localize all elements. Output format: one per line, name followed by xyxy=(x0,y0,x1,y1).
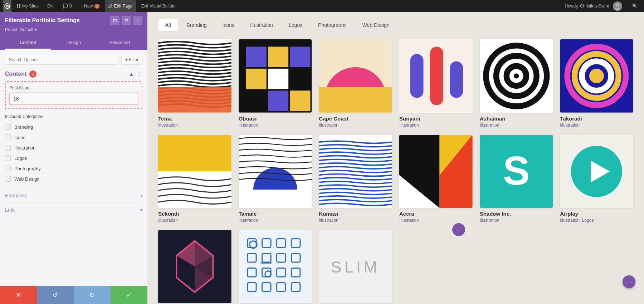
portfolio-thumbnail: S xyxy=(480,135,553,208)
category-checkbox[interactable] xyxy=(5,134,11,140)
filter-tab-illustration[interactable]: Illustration xyxy=(243,19,280,31)
ombra-float-btn[interactable]: ⋯ xyxy=(452,223,465,236)
section-options-btn[interactable]: ⋮ xyxy=(136,70,142,78)
category-item[interactable]: Illustration xyxy=(5,143,142,153)
portfolio-thumbnail xyxy=(560,39,633,113)
category-item[interactable]: Photography xyxy=(5,163,142,174)
content-section-badge: 1 xyxy=(29,70,36,78)
category-item[interactable]: Web Design xyxy=(5,174,142,184)
section-collapse-btn[interactable]: ▲ xyxy=(128,70,135,78)
portfolio-item[interactable]: Airplay Illustration, Logos xyxy=(560,135,633,223)
portfolio-name: Sekondi xyxy=(158,211,231,217)
portfolio-category: Illustration xyxy=(560,123,633,128)
preset-selector[interactable]: Preset: Default ▾ xyxy=(5,27,142,32)
category-checkbox[interactable] xyxy=(5,166,11,171)
category-checkbox[interactable] xyxy=(5,155,11,161)
svg-point-35 xyxy=(514,74,518,78)
category-label: Branding xyxy=(14,124,33,130)
portfolio-item[interactable]: Sunyani Illustration xyxy=(399,39,473,128)
portfolio-item[interactable]: Kumasi Illustration xyxy=(319,135,392,223)
category-item[interactable]: Branding xyxy=(5,122,142,132)
portfolio-item[interactable]: Ombra Branding Illustration xyxy=(158,230,231,304)
filter-tab-branding[interactable]: Branding xyxy=(180,19,214,31)
portfolio-grid: Tema Illustration Obuasi Illustration Ca… xyxy=(158,39,633,304)
undo-button[interactable]: ↺ xyxy=(37,286,74,304)
tab-content[interactable]: Content xyxy=(5,36,51,50)
portfolio-thumbnail xyxy=(560,135,633,208)
search-input[interactable] xyxy=(5,55,118,65)
settings-panel: Filterable Portfolio Settings ⊡ ⊟ ⋮ Pres… xyxy=(0,12,147,304)
portfolio-name: Cape Coast xyxy=(319,116,392,122)
content-section-title: Content xyxy=(5,71,26,77)
comments-link[interactable]: 0 xyxy=(59,0,75,12)
tab-advanced[interactable]: Advanced xyxy=(97,36,142,50)
svg-rect-25 xyxy=(410,54,424,98)
portfolio-item[interactable]: Ashaiman Illustration xyxy=(480,39,553,128)
portfolio-name: Accra xyxy=(399,211,473,217)
post-count-field: Post Count xyxy=(5,81,142,109)
filter-tab-icons[interactable]: Icons xyxy=(215,19,241,31)
portfolio-thumbnail xyxy=(239,230,312,303)
category-label: Icons xyxy=(14,135,25,140)
elements-section: Elements ▾ xyxy=(5,188,142,198)
post-count-wrapper: Post Count xyxy=(5,81,142,109)
category-checkbox[interactable] xyxy=(5,124,11,130)
cancel-button[interactable]: ✕ xyxy=(0,286,37,304)
filter-tab-photography[interactable]: Photography xyxy=(311,19,353,31)
filter-tab-webdesign[interactable]: Web Design xyxy=(355,19,396,31)
save-button[interactable]: ✓ xyxy=(111,286,147,304)
portfolio-item[interactable]: Accra Illustration xyxy=(399,135,473,223)
filter-tab-all[interactable]: All xyxy=(158,19,178,31)
portfolio-category: Illustration xyxy=(399,123,473,128)
portfolio-name: Ashaiman xyxy=(480,116,553,122)
portfolio-item[interactable]: Sekondi Illustration xyxy=(158,135,231,223)
my-sites-link[interactable]: My Sites xyxy=(13,0,42,12)
wp-logo[interactable]: W xyxy=(3,0,11,12)
portfolio-category: Illustration xyxy=(239,123,312,128)
portfolio-item[interactable]: Tamale Illustration xyxy=(239,135,312,223)
filter-button[interactable]: + Filter xyxy=(121,55,142,65)
categories-label: Included Categories xyxy=(5,114,142,119)
float-action-btn[interactable]: ⋯ xyxy=(623,275,635,288)
elements-collapse-icon: ▾ xyxy=(140,193,142,198)
redo-button[interactable]: ↻ xyxy=(74,286,111,304)
tab-design[interactable]: Design xyxy=(51,36,97,50)
link-section-header[interactable]: Link ▾ xyxy=(5,207,142,213)
category-checkbox[interactable] xyxy=(5,145,11,151)
panel-layout-btn[interactable]: ⊟ xyxy=(122,16,131,25)
category-item[interactable]: Logos xyxy=(5,153,142,163)
panel-tabs: Content Design Advanced xyxy=(5,36,142,50)
portfolio-item[interactable]: Takoradi Illustration xyxy=(560,39,633,128)
new-label: + New xyxy=(80,4,93,9)
svg-rect-2 xyxy=(17,4,18,6)
panel-menu-btn[interactable]: ⋮ xyxy=(133,16,142,25)
portfolio-category: Illustration xyxy=(480,218,553,223)
portfolio-content: All Branding Icons Illustration Logos Ph… xyxy=(147,12,644,304)
portfolio-item[interactable]: S Shadow Inc. Illustration xyxy=(480,135,553,223)
portfolio-item[interactable]: Line Icon Set Illustration xyxy=(239,230,312,304)
portfolio-name: Tema xyxy=(158,116,231,122)
svg-rect-3 xyxy=(19,4,20,6)
search-icon[interactable]: 🔍 xyxy=(629,0,641,12)
portfolio-thumbnail xyxy=(158,135,231,208)
svg-rect-14 xyxy=(246,69,266,89)
portfolio-item[interactable]: SLIM Slim Font Illustration, Web xyxy=(319,230,392,304)
link-collapse-icon: ▾ xyxy=(140,207,142,212)
divi-link[interactable]: Divi xyxy=(44,0,58,12)
new-link[interactable]: + New 2 xyxy=(77,0,103,12)
portfolio-item[interactable]: Obuasi Illustration xyxy=(239,39,312,128)
filter-tab-logos[interactable]: Logos xyxy=(282,19,309,31)
category-item[interactable]: Icons xyxy=(5,132,142,143)
category-label: Illustration xyxy=(14,145,35,151)
portfolio-item[interactable]: Tema Illustration xyxy=(158,39,231,128)
post-count-input[interactable] xyxy=(9,93,138,105)
edit-page-link[interactable]: Edit Page xyxy=(105,0,136,12)
panel-title: Filterable Portfolio Settings xyxy=(5,17,80,24)
portfolio-thumbnail xyxy=(399,135,473,208)
portfolio-item[interactable]: Cape Coast Illustration xyxy=(319,39,392,128)
category-checkbox[interactable] xyxy=(5,176,11,182)
panel-responsive-btn[interactable]: ⊡ xyxy=(110,16,119,25)
elements-section-header[interactable]: Elements ▾ xyxy=(5,192,142,198)
exit-builder-link[interactable]: Exit Visual Builder xyxy=(138,0,180,12)
svg-rect-17 xyxy=(246,90,266,111)
